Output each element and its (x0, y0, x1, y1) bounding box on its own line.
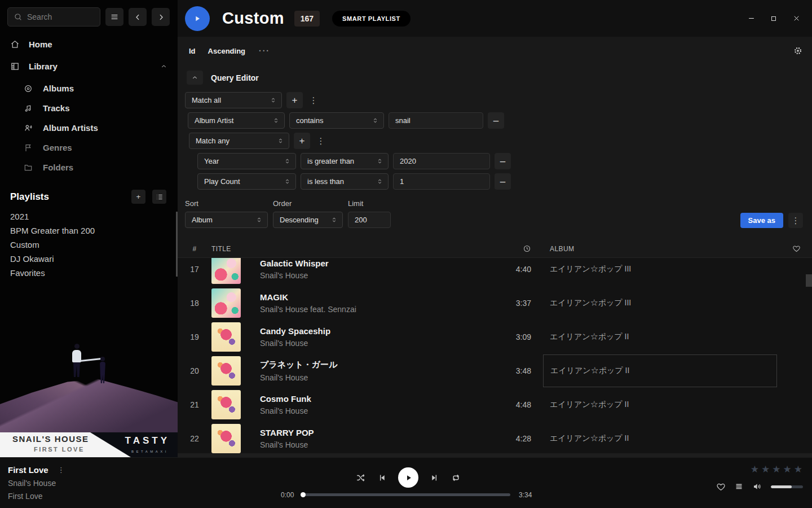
table-row[interactable]: 19 Candy Spaceship Snail's House 3:09 エイ… (178, 320, 812, 354)
play-pause-button[interactable] (398, 467, 418, 488)
sort-select[interactable]: Album (185, 212, 268, 228)
now-playing-album[interactable]: First Love (8, 492, 65, 501)
star-icon[interactable]: ★ (794, 463, 803, 475)
rule-value-input[interactable] (393, 173, 490, 190)
nav-forward-button[interactable] (152, 8, 170, 26)
window-maximize-button[interactable] (762, 7, 785, 30)
list-settings-button[interactable] (793, 46, 803, 56)
track-list-horizontal-scrollbar[interactable] (178, 453, 812, 457)
menu-button[interactable] (105, 8, 123, 26)
header-favorite[interactable] (780, 244, 812, 253)
track-album[interactable]: エイリアン☆ポップ II (538, 320, 780, 354)
window-close-button[interactable] (785, 7, 807, 30)
playlist-item[interactable]: Favorites (0, 266, 178, 280)
track-album[interactable]: エイリアン☆ポップ II (538, 388, 780, 422)
track-album[interactable]: エイリアン☆ポップ III (538, 286, 780, 320)
collapse-query-editor-button[interactable] (187, 71, 203, 85)
playlist-item[interactable]: BPM Greater than 200 (0, 224, 178, 238)
track-album-focused-cell[interactable]: エイリアン☆ポップ II (543, 354, 777, 387)
sidebar-item-folders[interactable]: Folders (0, 157, 178, 177)
chevron-up-icon[interactable] (160, 63, 167, 70)
playlist-item[interactable]: DJ Okawari (0, 252, 178, 266)
sidebar-item-home[interactable]: Home (0, 33, 178, 55)
track-artist[interactable]: Snail's House (260, 339, 493, 348)
header-title[interactable]: TITLE (211, 245, 493, 253)
track-album[interactable]: エイリアン☆ポップ II (538, 422, 780, 456)
rule-field-select[interactable]: Year (197, 153, 296, 169)
sidebar-item-library[interactable]: Library (0, 55, 178, 77)
volume-slider[interactable] (771, 485, 803, 488)
play-playlist-button[interactable] (185, 6, 210, 31)
star-icon[interactable]: ★ (751, 463, 760, 475)
track-list-scrollbar[interactable] (806, 274, 812, 287)
repeat-button[interactable] (451, 472, 461, 483)
table-row[interactable]: 21 Cosmo Funk Snail's House 4:48 エイリアン☆ポ… (178, 388, 812, 422)
now-playing-menu-button[interactable]: ⋮ (58, 466, 65, 474)
header-album[interactable]: ALBUM (538, 245, 780, 253)
playlist-item[interactable]: Custom (0, 238, 178, 252)
track-artist[interactable]: Snail's House (260, 373, 493, 382)
star-icon[interactable]: ★ (761, 463, 770, 475)
shuffle-button[interactable] (355, 472, 366, 483)
save-as-button[interactable]: Save as (740, 213, 783, 228)
rule-value-input[interactable] (389, 112, 483, 129)
next-track-button[interactable] (430, 473, 439, 483)
rating-stars[interactable]: ★ ★ ★ ★ ★ (751, 463, 803, 475)
volume-button[interactable] (752, 481, 762, 492)
heart-icon (716, 482, 726, 492)
seek-thumb[interactable] (301, 492, 306, 497)
sidebar-item-album-artists[interactable]: Album Artists (0, 118, 178, 138)
previous-track-button[interactable] (377, 473, 387, 483)
toolbar-more-button[interactable]: ··· (259, 46, 270, 55)
rule-operator-select[interactable]: is less than (301, 173, 389, 190)
now-playing-artist[interactable]: Snail's House (8, 479, 65, 488)
order-select[interactable]: Descending (273, 212, 343, 228)
rule-field-select[interactable]: Album Artist (188, 112, 285, 129)
limit-input[interactable] (348, 212, 391, 228)
search-box[interactable] (7, 7, 100, 27)
artist-icon (24, 124, 33, 133)
add-rule-button[interactable]: + (294, 133, 310, 149)
sidebar-item-albums[interactable]: Albums (0, 78, 178, 98)
save-menu-button[interactable]: ⋮ (788, 213, 803, 228)
seek-bar[interactable] (302, 493, 510, 496)
group-menu-button[interactable]: ⋮ (315, 133, 327, 149)
remove-rule-button[interactable]: – (495, 153, 511, 169)
sort-field-button[interactable]: Id (189, 47, 196, 55)
rule-operator-select[interactable]: is greater than (301, 153, 389, 169)
playlist-list-button[interactable] (152, 190, 166, 204)
favorite-button[interactable] (716, 482, 726, 492)
table-row[interactable]: 22 STARRY POP Snail's House 4:28 エイリアン☆ポ… (178, 422, 812, 456)
chevron-up-icon (191, 74, 198, 81)
track-duration: 4:40 (493, 265, 538, 274)
add-rule-button[interactable]: + (286, 92, 303, 108)
track-artist[interactable]: Snail's House feat. Sennzai (260, 305, 493, 314)
match-type-select[interactable]: Match any (189, 133, 289, 149)
playlist-item[interactable]: 2021 (0, 209, 178, 224)
group-menu-button[interactable]: ⋮ (307, 92, 320, 108)
sidebar-item-tracks[interactable]: Tracks (0, 98, 178, 118)
table-row[interactable]: 18 MAGIK Snail's House feat. Sennzai 3:3… (178, 286, 812, 320)
header-num[interactable]: # (178, 245, 211, 253)
track-artist[interactable]: Snail's House (260, 406, 493, 415)
queue-button[interactable] (734, 482, 744, 492)
search-input[interactable] (27, 12, 94, 21)
star-icon[interactable]: ★ (772, 463, 781, 475)
nav-back-button[interactable] (129, 8, 147, 26)
add-playlist-button[interactable]: + (131, 190, 145, 204)
sort-direction-button[interactable]: Ascending (208, 47, 245, 55)
remove-rule-button[interactable]: – (495, 173, 511, 190)
now-playing-album-art[interactable]: SNAIL'S HOUSE FIRST LOVE TASTY BETAMAXI (0, 279, 178, 457)
sidebar-item-genres[interactable]: Genres (0, 138, 178, 157)
rule-field-select[interactable]: Play Count (197, 173, 296, 190)
header-duration[interactable] (493, 244, 538, 253)
star-icon[interactable]: ★ (783, 463, 792, 475)
window-minimize-button[interactable] (740, 7, 762, 30)
track-artist[interactable]: Snail's House (260, 271, 493, 280)
remove-rule-button[interactable]: – (488, 112, 504, 129)
rule-operator-select[interactable]: contains (289, 112, 384, 129)
rule-value-input[interactable] (393, 153, 490, 169)
match-type-select[interactable]: Match all (185, 92, 282, 108)
track-artist[interactable]: Snail's House (260, 440, 493, 449)
table-row[interactable]: 20 プラネット・ガール Snail's House 3:48 エイリアン☆ポッ… (178, 354, 812, 388)
